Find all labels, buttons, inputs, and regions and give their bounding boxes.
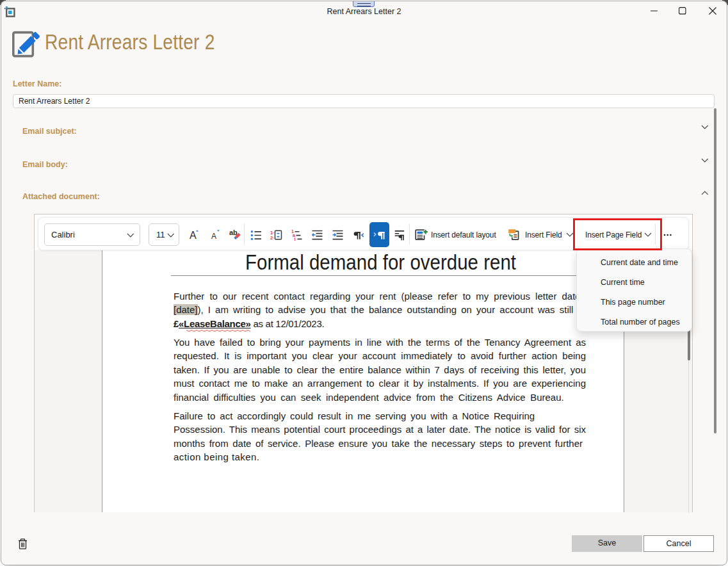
svg-text:i: i [294, 237, 295, 241]
svg-text:A: A [211, 232, 216, 241]
svg-text:A: A [190, 230, 197, 241]
svg-text:2·: 2· [270, 235, 275, 241]
